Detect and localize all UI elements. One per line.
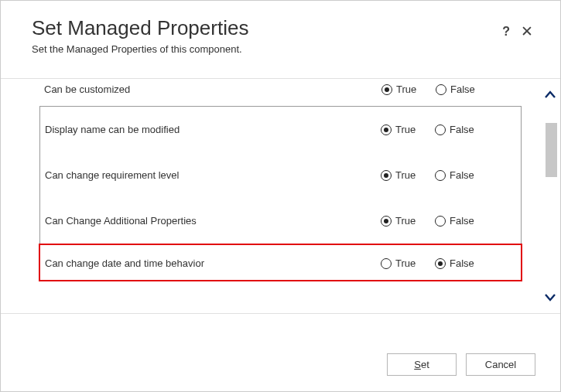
label-date-time-behavior: Can change date and time behavior bbox=[45, 257, 381, 269]
help-icon[interactable]: ? bbox=[502, 26, 510, 38]
label-requirement-level: Can change requirement level bbox=[45, 169, 381, 181]
set-label-tail: et bbox=[421, 359, 429, 370]
label-can-be-customized: Can be customized bbox=[44, 84, 381, 95]
close-icon[interactable]: ✕ bbox=[521, 24, 533, 39]
radio-can-be-customized-false[interactable]: False bbox=[436, 84, 490, 95]
radio-false-label: False bbox=[450, 257, 474, 269]
row-can-be-customized: Can be customized True False bbox=[39, 79, 522, 100]
radio-false-label: False bbox=[450, 124, 474, 135]
radio-circle-icon bbox=[435, 170, 446, 181]
radio-false-label: False bbox=[450, 215, 474, 227]
managed-properties-dialog: Set Managed Properties Set the Managed P… bbox=[1, 1, 560, 391]
scrollbar[interactable] bbox=[542, 80, 559, 312]
radio-circle-icon bbox=[381, 258, 392, 269]
radio-true-label: True bbox=[395, 124, 416, 135]
cancel-button[interactable]: Cancel bbox=[466, 353, 535, 376]
radio-circle-icon bbox=[436, 84, 446, 95]
radio-true-label: True bbox=[396, 84, 416, 95]
label-display-name-modifiable: Display name can be modified bbox=[45, 124, 381, 135]
radio-circle-icon bbox=[435, 258, 446, 269]
radio-requirement-level-false[interactable]: False bbox=[435, 169, 489, 181]
radio-can-be-customized-true[interactable]: True bbox=[381, 84, 436, 95]
radios-display-name-modifiable: True False bbox=[381, 124, 516, 135]
radio-date-time-false[interactable]: False bbox=[435, 257, 489, 269]
radio-display-name-false[interactable]: False bbox=[435, 124, 489, 135]
dialog-subtitle: Set the Managed Properties of this compo… bbox=[32, 43, 529, 55]
radio-true-label: True bbox=[395, 257, 416, 269]
radio-circle-icon bbox=[435, 124, 446, 135]
set-button[interactable]: Set bbox=[387, 353, 457, 376]
radio-false-label: False bbox=[450, 84, 475, 95]
radio-date-time-true[interactable]: True bbox=[381, 257, 435, 269]
radios-additional-properties: True False bbox=[381, 215, 516, 227]
radio-circle-icon bbox=[381, 84, 392, 95]
radios-date-time-behavior: True False bbox=[381, 257, 516, 269]
radio-additional-properties-false[interactable]: False bbox=[435, 215, 489, 227]
radio-circle-icon bbox=[381, 216, 392, 227]
row-display-name-modifiable: Display name can be modified True False bbox=[40, 107, 521, 152]
header-controls: ? ✕ bbox=[502, 24, 533, 39]
content-scroll: Can be customized True False Display nam… bbox=[1, 79, 560, 313]
radio-display-name-true[interactable]: True bbox=[381, 124, 435, 135]
radio-false-label: False bbox=[450, 169, 474, 181]
radios-requirement-level: True False bbox=[381, 169, 516, 181]
row-can-change-additional-properties: Can Change Additional Properties True Fa… bbox=[40, 198, 521, 244]
label-additional-properties: Can Change Additional Properties bbox=[45, 215, 381, 227]
row-can-change-date-time-behavior: Can change date and time behavior True F… bbox=[40, 245, 521, 280]
row-can-change-requirement-level: Can change requirement level True False bbox=[40, 152, 521, 198]
radio-circle-icon bbox=[381, 170, 392, 181]
radio-circle-icon bbox=[435, 216, 446, 227]
dialog-title: Set Managed Properties bbox=[32, 16, 529, 40]
dialog-footer: Set Cancel bbox=[387, 353, 535, 376]
row-can-change-date-time-behavior-highlight: Can change date and time behavior True F… bbox=[39, 244, 522, 281]
radio-requirement-level-true[interactable]: True bbox=[381, 169, 435, 181]
scroll-up-icon[interactable] bbox=[542, 80, 559, 110]
radio-true-label: True bbox=[395, 169, 416, 181]
dependent-properties-box: Display name can be modified True False bbox=[39, 106, 522, 281]
content-area: Can be customized True False Display nam… bbox=[1, 78, 560, 314]
radio-true-label: True bbox=[395, 215, 416, 227]
scroll-thumb[interactable] bbox=[546, 123, 557, 177]
dialog-header: Set Managed Properties Set the Managed P… bbox=[1, 16, 560, 55]
radios-can-be-customized: True False bbox=[381, 84, 517, 95]
radio-circle-icon bbox=[381, 124, 392, 135]
scroll-down-icon[interactable] bbox=[542, 282, 559, 312]
radio-additional-properties-true[interactable]: True bbox=[381, 215, 435, 227]
